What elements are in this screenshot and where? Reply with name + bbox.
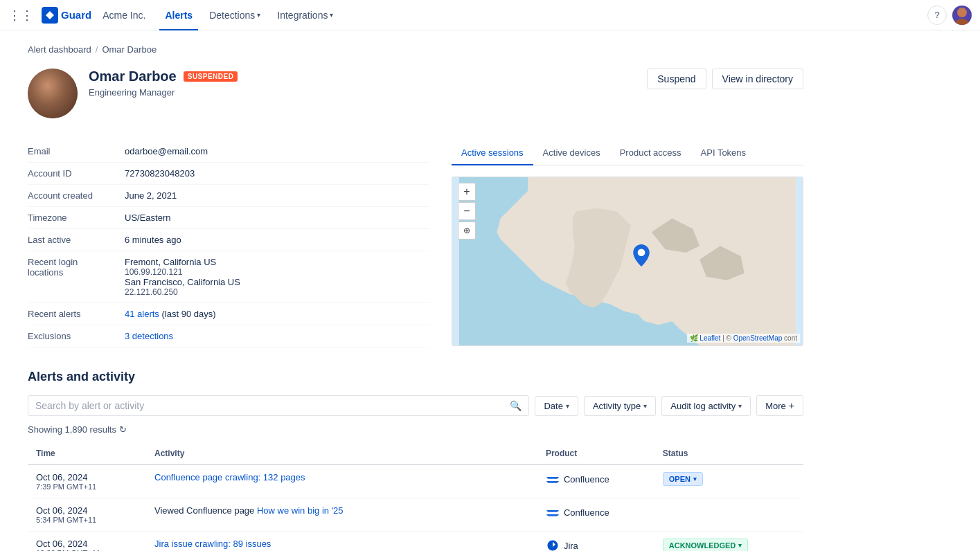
svg-point-0 bbox=[957, 8, 967, 17]
tab-product-access[interactable]: Product access bbox=[610, 141, 691, 165]
product-cell-3: Jira bbox=[537, 532, 654, 552]
login-locations-value: Fremont, California US 106.99.120.121 Sa… bbox=[125, 257, 240, 297]
top-navigation: ⋮⋮ Guard Acme Inc. Alerts Detections ▾ I… bbox=[0, 0, 980, 30]
email-label: Email bbox=[28, 146, 125, 156]
more-filters-button[interactable]: More + bbox=[756, 395, 803, 416]
info-row-account-id: Account ID 72730823048203 bbox=[28, 163, 429, 185]
col-product: Product bbox=[537, 443, 654, 464]
filter-audit-log[interactable]: Audit log activity ▾ bbox=[661, 396, 751, 416]
leaflet-link[interactable]: Leaflet bbox=[700, 334, 720, 342]
profile-name: Omar Darboe bbox=[89, 69, 177, 84]
profile-info: Omar Darboe SUSPENDED Engineering Manage… bbox=[89, 69, 647, 98]
time-cell-2: Oct 06, 2024 5:34 PM GMT+11 bbox=[28, 498, 146, 532]
last-active-label: Last active bbox=[28, 235, 125, 245]
account-id-value: 72730823048203 bbox=[125, 168, 195, 179]
activity-link-1[interactable]: Confluence page crawling: 132 pages bbox=[154, 472, 305, 482]
svg-point-8 bbox=[638, 249, 645, 257]
info-row-exclusions: Exclusions 3 detections bbox=[28, 325, 429, 347]
table-row: Oct 06, 2024 12:32 PM GMT+11 Jira issue … bbox=[28, 532, 803, 552]
table-row: Oct 06, 2024 5:34 PM GMT+11 Viewed Confl… bbox=[28, 498, 803, 532]
product-name-3: Jira bbox=[564, 541, 578, 551]
info-row-recent-alerts: Recent alerts 41 alerts (last 90 days) bbox=[28, 303, 429, 325]
status-badge-3[interactable]: ACKNOWLEDGED ▾ bbox=[663, 539, 749, 551]
view-directory-button[interactable]: View in directory bbox=[712, 69, 803, 89]
nav-alerts[interactable]: Alerts bbox=[159, 0, 198, 30]
detections-arrow: ▾ bbox=[257, 11, 260, 19]
status-cell-3: ACKNOWLEDGED ▾ bbox=[654, 532, 803, 552]
confluence-icon-1 bbox=[546, 472, 560, 486]
recent-alerts-link[interactable]: 41 alerts bbox=[125, 309, 159, 319]
search-box[interactable]: 🔍 bbox=[28, 395, 529, 416]
activity-link-3[interactable]: Jira issue crawling: 89 issues bbox=[154, 539, 271, 549]
osm-link[interactable]: OpenStreetMap bbox=[733, 334, 783, 342]
activity-table: Time Activity Product Status Oct 06, 202… bbox=[28, 443, 803, 551]
attribution-cont: cont bbox=[784, 334, 797, 342]
tabs: Active sessions Active devices Product a… bbox=[452, 141, 803, 165]
nav-detections[interactable]: Detections ▾ bbox=[204, 0, 266, 30]
activity-cell-3: Jira issue crawling: 89 issues bbox=[146, 532, 537, 552]
login-location-1-city: Fremont, California US bbox=[125, 257, 216, 267]
tab-active-devices[interactable]: Active devices bbox=[533, 141, 610, 165]
jira-icon-1 bbox=[546, 539, 560, 551]
exclusions-link[interactable]: 3 detections bbox=[125, 331, 173, 341]
account-created-value: June 2, 2021 bbox=[125, 190, 177, 201]
login-location-2-city: San Francisco, California US bbox=[125, 277, 240, 287]
info-row-login-locations: Recent login locations Fremont, Californ… bbox=[28, 251, 429, 303]
profile-body: Email odarboe@email.com Account ID 72730… bbox=[28, 141, 803, 347]
col-status: Status bbox=[654, 443, 803, 464]
suspended-badge: SUSPENDED bbox=[184, 71, 238, 82]
breadcrumb: Alert dashboard / Omar Darboe bbox=[28, 44, 803, 55]
table-header: Time Activity Product Status bbox=[28, 443, 803, 464]
profile-avatar bbox=[28, 69, 78, 118]
product-name-1: Confluence bbox=[564, 474, 609, 485]
last-active-value: 6 minutes ago bbox=[125, 235, 181, 245]
col-time: Time bbox=[28, 443, 146, 464]
map-locate[interactable]: ⊕ bbox=[458, 222, 476, 240]
user-avatar[interactable] bbox=[952, 6, 972, 25]
info-table: Email odarboe@email.com Account ID 72730… bbox=[28, 141, 429, 347]
breadcrumb-current: Omar Darboe bbox=[102, 44, 157, 55]
map-container: + − ⊕ 🌿 Leaflet | © OpenStreetMa bbox=[452, 177, 803, 346]
login-location-2-ip: 22.121.60.250 bbox=[125, 287, 240, 297]
exclusions-label: Exclusions bbox=[28, 331, 125, 341]
nav-integrations[interactable]: Integrations ▾ bbox=[271, 0, 339, 30]
exclusions-value: 3 detections bbox=[125, 331, 173, 341]
filter-date[interactable]: Date ▾ bbox=[535, 396, 578, 416]
filter-activity-type[interactable]: Activity type ▾ bbox=[584, 396, 656, 416]
status-cell-1: OPEN ▾ bbox=[654, 464, 803, 498]
tab-active-sessions[interactable]: Active sessions bbox=[452, 141, 533, 165]
activity-link-2[interactable]: How we win big in '25 bbox=[257, 505, 344, 516]
suspend-button[interactable]: Suspend bbox=[647, 69, 706, 89]
main-content: Alert dashboard / Omar Darboe Omar Darbo… bbox=[0, 30, 831, 551]
search-input[interactable] bbox=[35, 400, 507, 411]
ack-arrow: ▾ bbox=[738, 542, 742, 549]
profile-title: Engineering Manager bbox=[89, 87, 647, 98]
info-row-account-created: Account created June 2, 2021 bbox=[28, 185, 429, 207]
filters-row: 🔍 Date ▾ Activity type ▾ Audit log activ… bbox=[28, 395, 803, 416]
status-badge-1[interactable]: OPEN ▾ bbox=[663, 472, 703, 486]
profile-actions: Suspend View in directory bbox=[647, 69, 803, 89]
open-arrow: ▾ bbox=[693, 476, 697, 482]
timezone-label: Timezone bbox=[28, 213, 125, 223]
alerts-activity-title: Alerts and activity bbox=[28, 370, 803, 384]
activity-cell-2: Viewed Confluence page How we win big in… bbox=[146, 498, 537, 532]
profile-left: Email odarboe@email.com Account ID 72730… bbox=[28, 141, 429, 347]
confluence-icon-2 bbox=[546, 505, 560, 519]
search-icon: 🔍 bbox=[510, 400, 522, 411]
map-zoom-in[interactable]: + bbox=[458, 183, 476, 201]
tab-api-tokens[interactable]: API Tokens bbox=[691, 141, 756, 165]
recent-alerts-label: Recent alerts bbox=[28, 309, 125, 319]
login-locations-label: Recent login locations bbox=[28, 257, 125, 297]
help-button[interactable]: ? bbox=[927, 6, 947, 25]
activity-text-prefix-2: Viewed Confluence page bbox=[154, 505, 257, 516]
grid-icon[interactable]: ⋮⋮ bbox=[8, 8, 33, 23]
date-arrow: ▾ bbox=[566, 402, 569, 410]
map-zoom-out[interactable]: − bbox=[458, 202, 476, 220]
table-row: Oct 06, 2024 7:39 PM GMT+11 Confluence p… bbox=[28, 464, 803, 498]
breadcrumb-alert-dashboard[interactable]: Alert dashboard bbox=[28, 44, 91, 55]
profile-name-row: Omar Darboe SUSPENDED bbox=[89, 69, 647, 84]
app-logo[interactable]: Guard bbox=[42, 7, 91, 24]
topnav-right: ? bbox=[927, 6, 972, 25]
table-body: Oct 06, 2024 7:39 PM GMT+11 Confluence p… bbox=[28, 464, 803, 551]
refresh-icon[interactable]: ↻ bbox=[119, 424, 127, 435]
